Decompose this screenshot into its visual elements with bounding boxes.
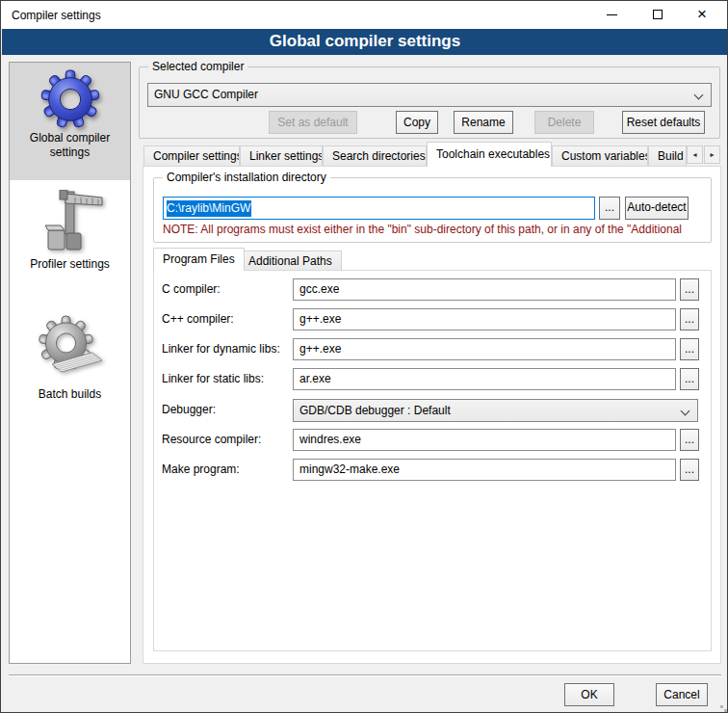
browse-directory-button[interactable]: ... <box>599 197 620 220</box>
tab-toolchain-executables[interactable]: Toolchain executables <box>427 142 552 167</box>
field-label-make-program: Make program: <box>162 462 240 476</box>
resource-compiler-browse-button[interactable]: ... <box>680 429 699 451</box>
tab-build-options[interactable]: Build options <box>648 145 687 166</box>
sidebar-item-label: Profiler settings <box>10 255 130 277</box>
chevron-down-icon <box>694 91 704 100</box>
sidebar-item-profiler-settings[interactable]: Profiler settings <box>10 180 130 289</box>
close-icon: × <box>697 6 707 22</box>
copy-button[interactable]: Copy <box>396 111 438 134</box>
auto-detect-button[interactable]: Auto-detect <box>625 197 689 220</box>
debugger-select[interactable]: GDB/CDB debugger : Default <box>293 399 698 422</box>
sidebar-item-label: Global compiler settings <box>10 129 130 166</box>
resource-compiler-input[interactable]: windres.exe <box>293 429 676 451</box>
field-label-cpp-compiler: C++ compiler: <box>162 312 234 326</box>
titlebar: Compiler settings × <box>1 1 727 29</box>
installation-directory-group-label: Compiler's installation directory <box>163 171 330 185</box>
set-as-default-button[interactable]: Set as default <box>269 111 357 134</box>
maximize-button[interactable] <box>636 1 681 29</box>
compiler-settings-dialog: Compiler settings × Global compiler sett… <box>0 0 728 713</box>
gray-gear-stack-icon <box>35 314 106 385</box>
selected-compiler-group-label: Selected compiler <box>148 60 247 74</box>
maximize-icon <box>653 10 663 19</box>
installation-directory-input[interactable]: C:\raylib\MinGW <box>163 197 595 220</box>
field-label-linker-dynamic: Linker for dynamic libs: <box>162 342 280 356</box>
tab-scroll-left-icon: ◂ <box>692 150 696 159</box>
make-program-input[interactable]: mingw32-make.exe <box>293 459 676 481</box>
close-button[interactable]: × <box>682 1 727 29</box>
subtab-program-files[interactable]: Program Files <box>153 248 245 271</box>
chevron-down-icon <box>681 407 690 416</box>
minimize-icon <box>607 14 617 15</box>
blue-gear-icon <box>40 69 100 129</box>
resize-grip-icon[interactable] <box>720 705 723 708</box>
cancel-button[interactable]: Cancel <box>656 683 708 706</box>
tab-custom-variables[interactable]: Custom variables <box>552 145 648 166</box>
tab-search-directories[interactable]: Search directories <box>323 145 427 166</box>
field-label-c-compiler: C compiler: <box>162 282 221 296</box>
footer-divider <box>9 674 721 676</box>
page-title: Global compiler settings <box>2 29 728 55</box>
minimize-button[interactable] <box>589 1 635 29</box>
compiler-select[interactable]: GNU GCC Compiler <box>147 83 712 107</box>
linker-dynamic-browse-button[interactable]: ... <box>680 338 699 360</box>
ok-button[interactable]: OK <box>564 683 614 706</box>
subtab-additional-paths[interactable]: Additional Paths <box>239 251 342 271</box>
linker-static-input[interactable]: ar.exe <box>293 368 676 390</box>
linker-static-browse-button[interactable]: ... <box>680 368 699 390</box>
c-compiler-input[interactable]: gcc.exe <box>293 278 676 301</box>
tab-scroll-left-button[interactable]: ◂ <box>687 145 703 164</box>
note-text: NOTE: All programs must exist either in … <box>163 223 710 238</box>
sidebar-item-global-compiler-settings[interactable]: Global compiler settings <box>10 63 130 180</box>
delete-button[interactable]: Delete <box>534 111 594 134</box>
field-label-resource-compiler: Resource compiler: <box>162 433 261 446</box>
compiler-select-value: GNU GCC Compiler <box>154 88 258 101</box>
installation-directory-value: C:\raylib\MinGW <box>167 200 251 217</box>
c-compiler-browse-button[interactable]: ... <box>680 278 699 301</box>
tab-scroll-right-icon: ▸ <box>710 150 714 159</box>
settings-category-list: Global compiler settings Profiler settin… <box>9 62 131 664</box>
field-label-linker-static: Linker for static libs: <box>162 372 264 385</box>
sidebar-item-label: Batch builds <box>10 385 130 408</box>
make-program-browse-button[interactable]: ... <box>680 459 699 481</box>
sidebar-item-batch-builds[interactable]: Batch builds <box>10 289 130 414</box>
cpp-compiler-input[interactable]: g++.exe <box>293 308 676 330</box>
tab-linker-settings[interactable]: Linker settings <box>240 145 323 166</box>
debugger-select-value: GDB/CDB debugger : Default <box>299 404 451 417</box>
caliper-icon <box>37 190 104 255</box>
cpp-compiler-browse-button[interactable]: ... <box>680 308 699 330</box>
reset-defaults-button[interactable]: Reset defaults <box>622 111 705 134</box>
field-label-debugger: Debugger: <box>162 403 216 416</box>
tab-scroll-right-button[interactable]: ▸ <box>704 145 720 164</box>
tab-compiler-settings[interactable]: Compiler settings <box>143 145 240 166</box>
linker-dynamic-input[interactable]: g++.exe <box>293 338 676 360</box>
rename-button[interactable]: Rename <box>454 111 513 134</box>
window-title: Compiler settings <box>12 9 101 22</box>
